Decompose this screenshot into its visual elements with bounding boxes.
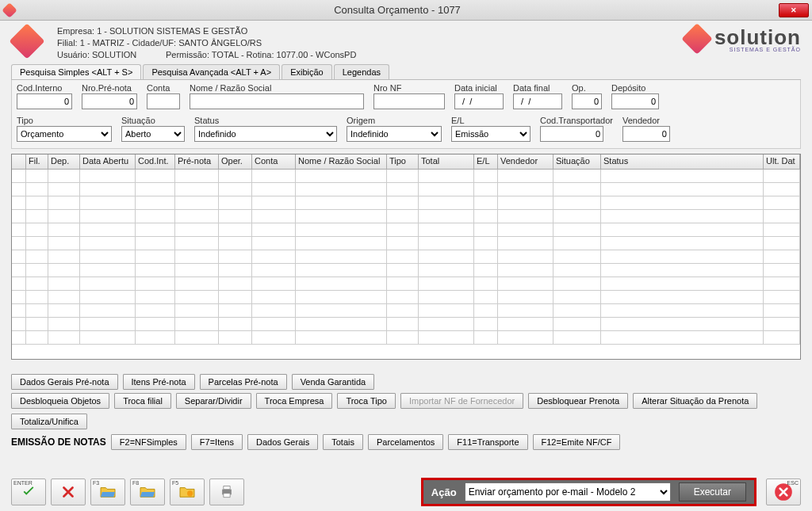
table-row[interactable] [12,237,800,250]
tab-legendas[interactable]: Legendas [334,64,389,79]
cod-interno-input[interactable] [17,93,72,109]
origem-select[interactable]: Indefinido [347,126,442,142]
parcelamentos-button[interactable]: Parcelamentos [368,434,443,450]
col-total[interactable]: Total [419,154,474,169]
parcelas-prenota-button[interactable]: Parcelas Pré-nota [200,374,287,390]
col-fil[interactable]: Fil. [26,154,48,169]
troca-tipo-button[interactable]: Troca Tipo [337,393,396,409]
acao-label: Ação [431,486,457,498]
tab-pesquisa-simples[interactable]: Pesquisa Simples <ALT + S> [11,64,141,79]
importar-nf-button[interactable]: Importar NF de Fornecedor [400,393,523,409]
col-data-abertu[interactable]: Data Abertu [80,154,136,169]
troca-empresa-button[interactable]: Troca Empresa [256,393,333,409]
col-status[interactable]: Status [601,154,764,169]
label-situacao: Situação [121,116,185,125]
header-permissao: Permissão: TOTAL - Rotina: 1077.00 - WCo… [166,50,356,59]
label-el: E/L [451,116,530,125]
alterar-situacao-button[interactable]: Alterar Situação da Prenota [633,393,757,409]
data-final-input[interactable] [513,93,562,109]
tab-exibicao[interactable]: Exibição [282,64,332,79]
enter-button[interactable]: ENTER [11,479,46,505]
dados-gerais-button[interactable]: Dados Gerais [247,434,318,450]
close-icon[interactable]: ✕ [779,3,809,17]
totais-button[interactable]: Totais [323,434,363,450]
grid-scrollbar[interactable] [12,346,800,359]
folder-open-icon [99,485,117,499]
f12-emite-nf-button[interactable]: F12=Emite NF/CF [533,434,621,450]
tab-strip: Pesquisa Simples <ALT + S> Pesquisa Avan… [11,64,801,80]
printer-icon [218,484,236,500]
grid-header: Fil. Dep. Data Abertu Cod.Int. Pré-nota … [12,154,800,170]
button-row-1: Dados Gerais Pré-nota Itens Pré-nota Par… [11,374,801,390]
window-titlebar: Consulta Orçamento - 1077 ✕ [0,0,812,21]
totaliza-unifica-button[interactable]: Totaliza/Unifica [11,414,87,429]
nro-nf-input[interactable] [373,93,445,109]
col-situacao[interactable]: Situação [553,154,601,169]
tab-pesquisa-avancada[interactable]: Pesquisa Avançada <ALT + A> [143,64,280,79]
f2-nfsimples-button[interactable]: F2=NFSimples [111,434,186,450]
f7-itens-button[interactable]: F7=Itens [191,434,243,450]
cancel-button[interactable] [51,479,86,505]
col-ult-dat[interactable]: Ult. Dat [764,154,800,169]
col-cod-int[interactable]: Cod.Int. [136,154,175,169]
f11-transporte-button[interactable]: F11=Transporte [448,434,527,450]
el-select[interactable]: Emissão [451,126,530,142]
table-row[interactable] [12,264,800,277]
table-row[interactable] [12,210,800,223]
table-row[interactable] [12,318,800,331]
desbloquear-prenota-button[interactable]: Desbloquear Prenota [528,393,628,409]
table-row[interactable] [12,196,800,210]
troca-filial-button[interactable]: Troca filial [114,393,171,409]
label-deposito: Depósito [611,83,659,93]
op-input[interactable] [572,93,602,109]
table-row[interactable] [12,170,800,183]
col-razao[interactable]: Nome / Razão Social [296,154,387,169]
venda-garantida-button[interactable]: Venda Garantida [292,374,375,390]
col-tipo[interactable]: Tipo [387,154,419,169]
executar-button[interactable]: Executar [679,482,746,501]
bottom-bar: ENTER F3 F8 F5 Ação Enviar orçamento por… [11,478,801,506]
esc-button[interactable]: ESC [766,479,801,505]
status-select[interactable]: Indefinido [194,126,337,142]
col-selector[interactable] [12,154,26,169]
table-row[interactable] [12,304,800,318]
table-row[interactable] [12,291,800,304]
label-op: Op. [572,83,602,93]
col-conta[interactable]: Conta [252,154,296,169]
label-nro-prenota: Nro.Pré-nota [82,83,137,93]
vendedor-input[interactable] [622,126,670,142]
folder-icon [139,485,156,499]
svg-point-0 [187,490,193,496]
deposito-input[interactable] [611,93,659,109]
acao-select[interactable]: Enviar orçamento por e-mail - Modelo 2 [465,482,671,501]
col-vendedor[interactable]: Vendedor [498,154,553,169]
col-dep[interactable]: Dep. [48,154,80,169]
f3-button[interactable]: F3 [90,479,125,505]
grid-body[interactable] [12,170,800,346]
desbloqueia-objetos-button[interactable]: Desbloqueia Objetos [11,393,109,409]
f5-button[interactable]: F5 [170,479,205,505]
col-el[interactable]: E/L [474,154,498,169]
conta-input[interactable] [147,93,180,109]
separar-dividir-button[interactable]: Separar/Dividir [176,393,251,409]
header-filial: Filial: 1 - MATRIZ - Cidade/UF: SANTO ÂN… [57,37,356,49]
f8-button[interactable]: F8 [130,479,165,505]
dados-gerais-prenota-button[interactable]: Dados Gerais Pré-nota [11,374,118,390]
data-inicial-input[interactable] [454,93,504,109]
cod-transport-input[interactable] [540,126,603,142]
col-pre-nota[interactable]: Pré-nota [175,154,219,169]
nro-prenota-input[interactable] [82,93,137,109]
razao-input[interactable] [190,93,364,109]
table-row[interactable] [12,183,800,196]
print-button[interactable] [209,479,244,505]
window-title: Consulta Orçamento - 1077 [16,4,779,16]
table-row[interactable] [12,277,800,291]
situacao-select[interactable]: Aberto [121,126,185,142]
table-row[interactable] [12,223,800,237]
col-oper[interactable]: Oper. [219,154,252,169]
results-grid: Fil. Dep. Data Abertu Cod.Int. Pré-nota … [11,154,801,360]
table-row[interactable] [12,250,800,264]
itens-prenota-button[interactable]: Itens Pré-nota [123,374,195,390]
tipo-select[interactable]: Orçamento [17,126,112,142]
table-row[interactable] [12,331,800,345]
